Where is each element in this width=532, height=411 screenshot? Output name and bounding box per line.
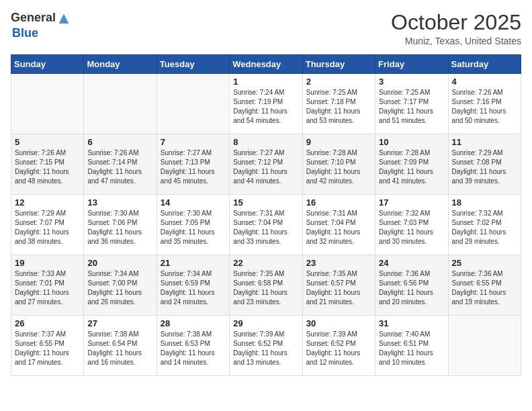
weekday-header: Monday xyxy=(84,55,157,74)
day-info: Sunrise: 7:38 AM Sunset: 6:53 PM Dayligh… xyxy=(161,330,226,367)
calendar-cell: 16Sunrise: 7:31 AM Sunset: 7:04 PM Dayli… xyxy=(302,195,375,255)
day-number: 4 xyxy=(452,77,517,87)
day-info: Sunrise: 7:38 AM Sunset: 6:54 PM Dayligh… xyxy=(87,330,152,367)
logo-text-blue: Blue xyxy=(12,26,38,40)
day-info: Sunrise: 7:39 AM Sunset: 6:52 PM Dayligh… xyxy=(306,330,371,367)
day-number: 24 xyxy=(379,258,444,268)
day-info: Sunrise: 7:34 AM Sunset: 6:59 PM Dayligh… xyxy=(161,269,226,307)
day-number: 11 xyxy=(452,137,517,147)
calendar-cell: 9Sunrise: 7:28 AM Sunset: 7:10 PM Daylig… xyxy=(302,134,375,195)
logo-container: General Blue xyxy=(11,11,72,40)
calendar-cell: 23Sunrise: 7:35 AM Sunset: 6:57 PM Dayli… xyxy=(302,255,375,316)
location-subtitle: Muniz, Texas, United States xyxy=(391,36,521,46)
calendar-cell xyxy=(11,74,84,134)
calendar-cell: 20Sunrise: 7:34 AM Sunset: 7:00 PM Dayli… xyxy=(84,255,157,316)
weekday-header: Thursday xyxy=(302,55,375,74)
day-info: Sunrise: 7:39 AM Sunset: 6:52 PM Dayligh… xyxy=(233,330,298,367)
day-info: Sunrise: 7:27 AM Sunset: 7:12 PM Dayligh… xyxy=(233,148,298,186)
day-number: 19 xyxy=(15,258,80,268)
calendar-cell: 18Sunrise: 7:32 AM Sunset: 7:02 PM Dayli… xyxy=(448,195,521,255)
day-number: 14 xyxy=(161,197,226,208)
day-info: Sunrise: 7:35 AM Sunset: 6:58 PM Dayligh… xyxy=(233,269,298,307)
day-info: Sunrise: 7:28 AM Sunset: 7:10 PM Dayligh… xyxy=(306,148,371,186)
day-info: Sunrise: 7:36 AM Sunset: 6:56 PM Dayligh… xyxy=(379,269,444,307)
calendar-cell: 24Sunrise: 7:36 AM Sunset: 6:56 PM Dayli… xyxy=(375,255,448,316)
calendar-cell: 25Sunrise: 7:36 AM Sunset: 6:55 PM Dayli… xyxy=(448,255,521,316)
calendar-cell: 31Sunrise: 7:40 AM Sunset: 6:51 PM Dayli… xyxy=(375,316,448,376)
day-number: 30 xyxy=(306,318,371,328)
day-info: Sunrise: 7:29 AM Sunset: 7:07 PM Dayligh… xyxy=(15,209,80,246)
calendar-cell: 30Sunrise: 7:39 AM Sunset: 6:52 PM Dayli… xyxy=(302,316,375,376)
calendar-week-row: 26Sunrise: 7:37 AM Sunset: 6:55 PM Dayli… xyxy=(11,316,521,376)
day-info: Sunrise: 7:26 AM Sunset: 7:16 PM Dayligh… xyxy=(452,88,517,126)
logo-icon xyxy=(56,11,71,26)
day-info: Sunrise: 7:37 AM Sunset: 6:55 PM Dayligh… xyxy=(15,330,80,367)
day-info: Sunrise: 7:36 AM Sunset: 6:55 PM Dayligh… xyxy=(452,269,517,307)
calendar-cell: 10Sunrise: 7:28 AM Sunset: 7:09 PM Dayli… xyxy=(375,134,448,195)
calendar-cell: 22Sunrise: 7:35 AM Sunset: 6:58 PM Dayli… xyxy=(230,255,302,316)
month-year-title: October 2025 xyxy=(391,11,521,34)
day-number: 15 xyxy=(233,197,298,208)
day-number: 16 xyxy=(306,197,371,208)
calendar-cell: 28Sunrise: 7:38 AM Sunset: 6:53 PM Dayli… xyxy=(157,316,229,376)
day-number: 8 xyxy=(233,137,298,147)
day-number: 5 xyxy=(15,137,80,147)
day-number: 7 xyxy=(161,137,226,147)
day-number: 20 xyxy=(87,258,152,268)
calendar-cell: 1Sunrise: 7:24 AM Sunset: 7:19 PM Daylig… xyxy=(230,74,302,134)
calendar-week-row: 12Sunrise: 7:29 AM Sunset: 7:07 PM Dayli… xyxy=(11,195,521,255)
day-number: 23 xyxy=(306,258,371,268)
weekday-header: Friday xyxy=(375,55,448,74)
day-number: 27 xyxy=(87,318,152,328)
day-number: 13 xyxy=(87,197,152,208)
calendar-cell: 11Sunrise: 7:29 AM Sunset: 7:08 PM Dayli… xyxy=(448,134,521,195)
day-number: 29 xyxy=(233,318,298,328)
day-info: Sunrise: 7:26 AM Sunset: 7:15 PM Dayligh… xyxy=(15,148,80,186)
day-info: Sunrise: 7:25 AM Sunset: 7:18 PM Dayligh… xyxy=(306,88,371,126)
calendar-cell xyxy=(157,74,229,134)
day-info: Sunrise: 7:26 AM Sunset: 7:14 PM Dayligh… xyxy=(87,148,152,186)
day-number: 10 xyxy=(379,137,444,147)
calendar-cell: 17Sunrise: 7:32 AM Sunset: 7:03 PM Dayli… xyxy=(375,195,448,255)
day-info: Sunrise: 7:27 AM Sunset: 7:13 PM Dayligh… xyxy=(161,148,226,186)
calendar-cell: 27Sunrise: 7:38 AM Sunset: 6:54 PM Dayli… xyxy=(84,316,157,376)
day-info: Sunrise: 7:40 AM Sunset: 6:51 PM Dayligh… xyxy=(379,330,444,367)
day-info: Sunrise: 7:30 AM Sunset: 7:06 PM Dayligh… xyxy=(87,209,152,246)
calendar-cell xyxy=(448,316,521,376)
title-section: October 2025 Muniz, Texas, United States xyxy=(391,11,521,46)
calendar-cell xyxy=(84,74,157,134)
day-number: 25 xyxy=(452,258,517,268)
calendar-week-row: 5Sunrise: 7:26 AM Sunset: 7:15 PM Daylig… xyxy=(11,134,521,195)
logo-text-general: General xyxy=(11,11,56,24)
day-info: Sunrise: 7:34 AM Sunset: 7:00 PM Dayligh… xyxy=(87,269,152,307)
day-number: 9 xyxy=(306,137,371,147)
calendar-cell: 15Sunrise: 7:31 AM Sunset: 7:04 PM Dayli… xyxy=(230,195,302,255)
calendar-cell: 6Sunrise: 7:26 AM Sunset: 7:14 PM Daylig… xyxy=(84,134,157,195)
calendar-cell: 14Sunrise: 7:30 AM Sunset: 7:05 PM Dayli… xyxy=(157,195,229,255)
weekday-header: Tuesday xyxy=(157,55,229,74)
day-info: Sunrise: 7:29 AM Sunset: 7:08 PM Dayligh… xyxy=(452,148,517,186)
calendar-cell: 3Sunrise: 7:25 AM Sunset: 7:17 PM Daylig… xyxy=(375,74,448,134)
day-number: 28 xyxy=(161,318,226,328)
day-number: 21 xyxy=(161,258,226,268)
calendar-cell: 12Sunrise: 7:29 AM Sunset: 7:07 PM Dayli… xyxy=(11,195,84,255)
day-info: Sunrise: 7:33 AM Sunset: 7:01 PM Dayligh… xyxy=(15,269,80,307)
day-info: Sunrise: 7:24 AM Sunset: 7:19 PM Dayligh… xyxy=(233,88,298,126)
calendar-cell: 13Sunrise: 7:30 AM Sunset: 7:06 PM Dayli… xyxy=(84,195,157,255)
weekday-header-row: SundayMondayTuesdayWednesdayThursdayFrid… xyxy=(11,55,521,74)
calendar-cell: 19Sunrise: 7:33 AM Sunset: 7:01 PM Dayli… xyxy=(11,255,84,316)
calendar-cell: 29Sunrise: 7:39 AM Sunset: 6:52 PM Dayli… xyxy=(230,316,302,376)
svg-marker-1 xyxy=(59,14,69,24)
calendar-cell: 2Sunrise: 7:25 AM Sunset: 7:18 PM Daylig… xyxy=(302,74,375,134)
day-info: Sunrise: 7:28 AM Sunset: 7:09 PM Dayligh… xyxy=(379,148,444,186)
day-number: 3 xyxy=(379,77,444,87)
day-number: 22 xyxy=(233,258,298,268)
day-number: 18 xyxy=(452,197,517,208)
day-number: 26 xyxy=(15,318,80,328)
day-number: 1 xyxy=(233,77,298,87)
day-number: 2 xyxy=(306,77,371,87)
weekday-header: Wednesday xyxy=(230,55,302,74)
day-number: 12 xyxy=(15,197,80,208)
calendar-week-row: 1Sunrise: 7:24 AM Sunset: 7:19 PM Daylig… xyxy=(11,74,521,134)
day-info: Sunrise: 7:32 AM Sunset: 7:02 PM Dayligh… xyxy=(452,209,517,246)
